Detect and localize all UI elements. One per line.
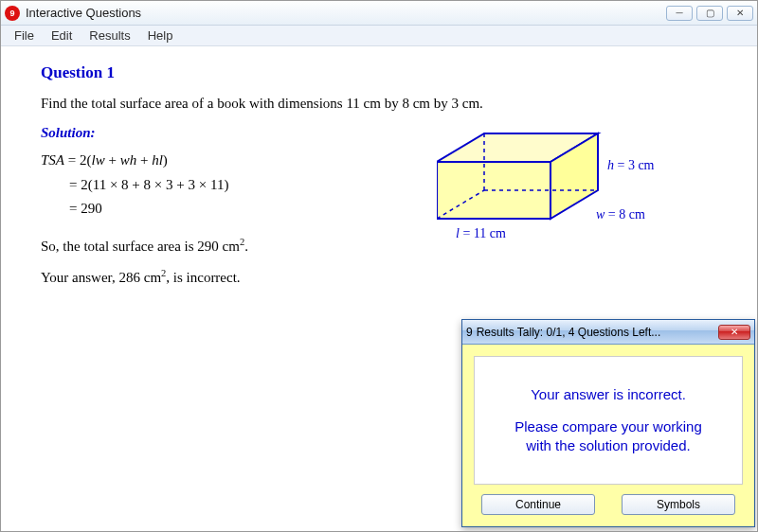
results-popup: 9 Results Tally: 0/1, 4 Questions Left..… xyxy=(461,319,755,527)
maximize-button[interactable]: ▢ xyxy=(696,6,723,21)
close-button[interactable]: ✕ xyxy=(727,6,753,21)
diagram-w-label: w = 8 cm xyxy=(596,207,645,222)
popup-body: Your answer is incorrect. Please compare… xyxy=(462,345,754,526)
prism-diagram: l = 11 cm w = 8 cm h = 3 cm xyxy=(437,124,626,247)
popup-msg-line1: Your answer is incorrect. xyxy=(531,385,686,404)
your-answer-sentence: Your answer, 286 cm2, is incorrect. xyxy=(41,268,717,286)
menubar: File Edit Results Help xyxy=(1,26,757,46)
question-heading: Question 1 xyxy=(41,63,717,82)
popup-titlebar: 9 Results Tally: 0/1, 4 Questions Left..… xyxy=(462,320,754,345)
menu-file[interactable]: File xyxy=(7,27,42,44)
popup-app-icon: 9 xyxy=(466,326,473,339)
popup-msg-line2b: with the solution provided. xyxy=(526,436,690,455)
menu-edit[interactable]: Edit xyxy=(44,27,80,44)
popup-title-text: Results Tally: 0/1, 4 Questions Left... xyxy=(477,326,661,339)
minimize-button[interactable]: ─ xyxy=(666,6,693,21)
diagram-h-label: h = 3 cm xyxy=(607,158,655,173)
work-line-1: = 2(lw + wh + hl) xyxy=(64,152,168,168)
menu-results[interactable]: Results xyxy=(81,27,137,44)
popup-message: Your answer is incorrect. Please compare… xyxy=(474,356,743,485)
popup-msg-line2a: Please compare your working xyxy=(514,417,702,436)
popup-button-row: Continue Symbols xyxy=(474,485,743,515)
diagram-l-label: l = 11 cm xyxy=(456,226,506,241)
app-icon: 9 xyxy=(5,6,20,21)
symbols-button[interactable]: Symbols xyxy=(622,494,735,515)
menu-help[interactable]: Help xyxy=(140,27,181,44)
continue-button[interactable]: Continue xyxy=(481,494,595,515)
main-titlebar: 9 Interactive Questions ─ ▢ ✕ xyxy=(1,1,757,26)
app-title: Interactive Questions xyxy=(26,6,141,20)
popup-close-button[interactable]: ✕ xyxy=(718,325,750,340)
content-area: Question 1 Find the total surface area o… xyxy=(1,46,757,316)
window-controls: ─ ▢ ✕ xyxy=(666,6,753,21)
question-prompt: Find the total surface area of a book wi… xyxy=(41,96,717,112)
tsa-symbol: TSA xyxy=(41,152,64,168)
